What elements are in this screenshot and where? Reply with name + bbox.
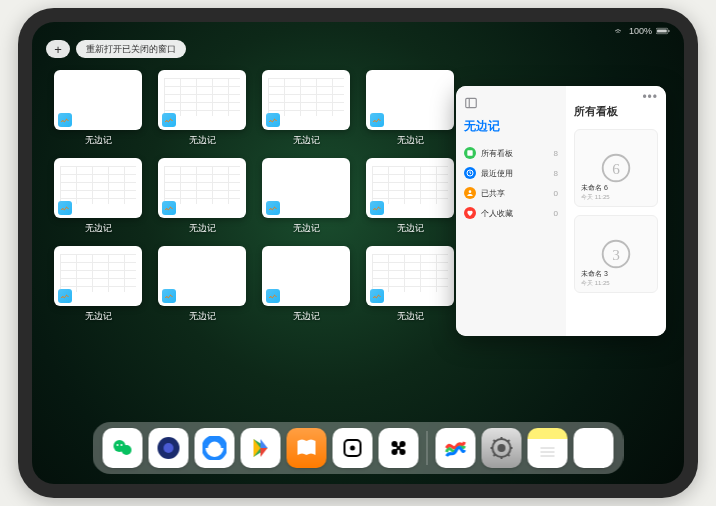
top-controls: + 重新打开已关闭的窗口	[46, 40, 186, 58]
board-card[interactable]: 6未命名 6今天 11:25	[574, 129, 658, 207]
window-label: 无边记	[397, 310, 424, 323]
svg-point-28	[498, 444, 506, 452]
board-sketch: 3	[597, 235, 635, 273]
dock-app-settings[interactable]	[482, 428, 522, 468]
svg-line-36	[508, 440, 510, 442]
sidebar-item-label: 最近使用	[481, 168, 554, 179]
expanded-main: ••• 所有看板 6未命名 6今天 11:253未命名 3今天 11:25	[566, 86, 666, 336]
window-thumbnail[interactable]: 无边记	[366, 70, 454, 150]
dock	[93, 422, 624, 474]
window-thumbnail[interactable]: 无边记	[262, 246, 350, 326]
person-icon	[464, 187, 476, 199]
window-thumbnail[interactable]: 无边记	[54, 70, 142, 150]
window-preview	[158, 70, 246, 130]
dock-app-dice[interactable]	[333, 428, 373, 468]
window-label: 无边记	[397, 134, 424, 147]
sidebar-item-count: 0	[554, 209, 558, 218]
expanded-window[interactable]: 无边记 所有看板8最近使用8已共享0个人收藏0 ••• 所有看板 6未命名 6今…	[456, 86, 666, 336]
window-thumbnail[interactable]: 无边记	[158, 158, 246, 238]
wifi-icon	[611, 26, 625, 36]
window-label: 无边记	[293, 134, 320, 147]
svg-rect-5	[467, 150, 472, 155]
freeform-app-icon	[370, 201, 384, 215]
window-thumbnail[interactable]: 无边记	[366, 158, 454, 238]
dock-app-x[interactable]	[379, 428, 419, 468]
svg-text:3: 3	[612, 246, 620, 263]
window-thumbnail[interactable]: 无边记	[262, 70, 350, 150]
window-label: 无边记	[85, 310, 112, 323]
window-label: 无边记	[189, 134, 216, 147]
svg-point-7	[469, 190, 472, 193]
new-window-button[interactable]: +	[46, 40, 70, 58]
freeform-app-icon	[58, 113, 72, 127]
app-switcher-grid: 无边记无边记无边记无边记无边记无边记无边记无边记无边记无边记无边记无边记	[54, 70, 454, 326]
window-preview	[158, 158, 246, 218]
sidebar-item-count: 8	[554, 169, 558, 178]
dock-app-quark[interactable]	[149, 428, 189, 468]
dock-app-notes[interactable]	[528, 428, 568, 468]
square-stack-icon	[464, 147, 476, 159]
svg-point-20	[350, 446, 355, 451]
reopen-label: 重新打开已关闭的窗口	[86, 43, 176, 56]
dock-app-play[interactable]	[241, 428, 281, 468]
sidebar-item-label: 所有看板	[481, 148, 554, 159]
plus-icon: +	[54, 42, 62, 57]
freeform-app-icon	[162, 113, 176, 127]
window-preview	[262, 246, 350, 306]
window-label: 无边记	[85, 134, 112, 147]
dock-app-freeform[interactable]	[436, 428, 476, 468]
board-name: 未命名 6	[581, 183, 610, 193]
window-thumbnail[interactable]: 无边记	[158, 70, 246, 150]
svg-rect-1	[657, 29, 667, 32]
sidebar-item-label: 个人收藏	[481, 208, 554, 219]
svg-point-15	[121, 444, 123, 446]
sidebar-item-label: 已共享	[481, 188, 554, 199]
window-label: 无边记	[85, 222, 112, 235]
window-thumbnail[interactable]: 无边记	[158, 246, 246, 326]
sidebar-item-count: 8	[554, 149, 558, 158]
more-options-icon[interactable]: •••	[642, 90, 658, 104]
window-preview	[54, 246, 142, 306]
main-title: 所有看板	[574, 104, 658, 119]
freeform-app-icon	[266, 289, 280, 303]
board-name: 未命名 3	[581, 269, 610, 279]
board-card[interactable]: 3未命名 3今天 11:25	[574, 215, 658, 293]
dock-app-qqbrowser[interactable]	[195, 428, 235, 468]
dock-app-app-library[interactable]	[574, 428, 614, 468]
sidebar-item-clock[interactable]: 最近使用8	[464, 163, 558, 183]
window-preview	[366, 70, 454, 130]
window-thumbnail[interactable]: 无边记	[54, 158, 142, 238]
battery-icon	[656, 26, 670, 36]
svg-line-33	[494, 440, 496, 442]
freeform-app-icon	[370, 113, 384, 127]
ipad-frame: 100% + 重新打开已关闭的窗口 无边记无边记无边记无边记无边记无边记无边记无…	[18, 8, 698, 498]
svg-point-13	[122, 445, 132, 455]
ipad-screen: 100% + 重新打开已关闭的窗口 无边记无边记无边记无边记无边记无边记无边记无…	[32, 22, 684, 484]
sidebar-title: 无边记	[464, 118, 558, 135]
freeform-app-icon	[58, 201, 72, 215]
window-thumbnail[interactable]: 无边记	[54, 246, 142, 326]
window-preview	[262, 158, 350, 218]
freeform-app-icon	[162, 201, 176, 215]
board-time: 今天 11:25	[581, 193, 610, 202]
window-preview	[366, 158, 454, 218]
dock-app-books[interactable]	[287, 428, 327, 468]
window-thumbnail[interactable]: 无边记	[262, 158, 350, 238]
freeform-app-icon	[58, 289, 72, 303]
heart-icon	[464, 207, 476, 219]
freeform-app-icon	[162, 289, 176, 303]
sidebar-item-square-stack[interactable]: 所有看板8	[464, 143, 558, 163]
battery-text: 100%	[629, 26, 652, 36]
svg-point-14	[117, 444, 119, 446]
svg-rect-3	[466, 98, 477, 107]
freeform-app-icon	[266, 201, 280, 215]
window-thumbnail[interactable]: 无边记	[366, 246, 454, 326]
sidebar-item-person[interactable]: 已共享0	[464, 183, 558, 203]
svg-line-34	[508, 454, 510, 456]
window-preview	[262, 70, 350, 130]
sidebar-toggle-icon[interactable]	[464, 96, 478, 110]
reopen-closed-window-button[interactable]: 重新打开已关闭的窗口	[76, 40, 186, 58]
dock-app-wechat[interactable]	[103, 428, 143, 468]
sidebar-item-heart[interactable]: 个人收藏0	[464, 203, 558, 223]
board-sketch: 6	[597, 149, 635, 187]
